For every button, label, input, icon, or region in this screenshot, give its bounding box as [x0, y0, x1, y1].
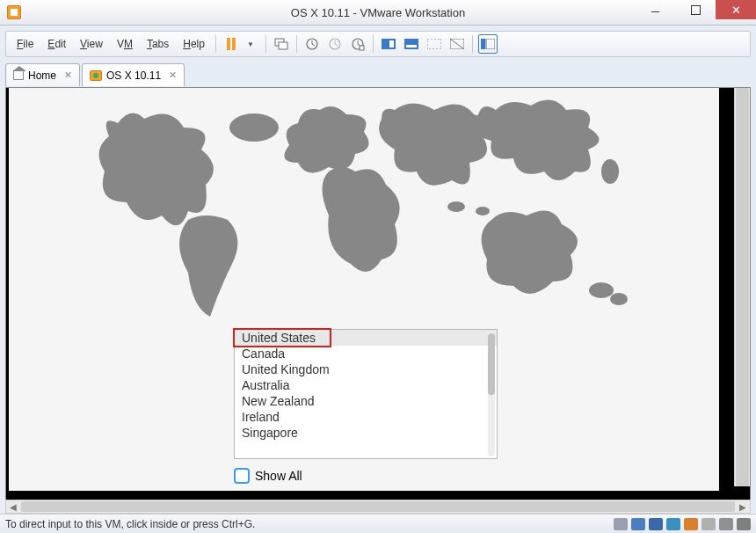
world-map	[9, 88, 719, 334]
svg-point-19	[589, 282, 614, 298]
app-icon	[7, 5, 21, 19]
menu-tabs[interactable]: Tabs	[140, 34, 176, 54]
svg-rect-1	[279, 42, 287, 49]
svg-point-18	[601, 159, 619, 184]
tab-home-label: Home	[28, 69, 56, 82]
svg-rect-10	[427, 39, 441, 49]
status-bar: To direct input to this VM, click inside…	[0, 514, 756, 533]
country-listbox[interactable]: United States Canada United Kingdom Aust…	[234, 329, 498, 459]
country-row-canada[interactable]: Canada	[235, 346, 497, 361]
svg-rect-8	[404, 39, 418, 49]
tab-home-close[interactable]: ✕	[64, 69, 72, 81]
menu-bar: Filedocument.currentScript.previousSibli…	[5, 31, 751, 57]
console-view-button[interactable]	[425, 34, 444, 54]
hard-disk-icon[interactable]	[614, 518, 628, 530]
power-dropdown[interactable]: ▼	[241, 34, 260, 54]
svg-point-20	[610, 293, 628, 305]
horizontal-scrollbar[interactable]: ◀ ▶	[5, 500, 751, 514]
country-listbox-scrollbar[interactable]	[488, 332, 495, 456]
printer-icon[interactable]	[701, 518, 716, 530]
country-row-australia[interactable]: Australia	[235, 377, 497, 393]
vm-vertical-scrollbar[interactable]	[734, 88, 750, 486]
svg-rect-5	[360, 46, 364, 50]
close-button[interactable]: ✕	[716, 0, 756, 19]
title-bar: OS X 10.11 - VMware Workstation ✕	[0, 0, 756, 26]
sound-card-icon[interactable]	[684, 518, 698, 530]
tab-vm[interactable]: OS X 10.11 ✕	[82, 63, 185, 86]
country-row-ireland[interactable]: Ireland	[235, 409, 497, 425]
svg-rect-13	[481, 39, 485, 49]
vm-screen[interactable]: United States Canada United Kingdom Aust…	[9, 88, 719, 491]
pause-button[interactable]	[222, 34, 241, 54]
maximize-button[interactable]	[675, 0, 716, 19]
show-all-label: Show All	[255, 469, 302, 483]
country-row-new-zealand[interactable]: New Zealand	[235, 393, 497, 409]
send-ctrl-alt-del-button[interactable]	[272, 34, 291, 54]
scroll-right-arrow[interactable]: ▶	[736, 500, 750, 513]
menu-edit[interactable]: Edit	[40, 34, 73, 54]
tab-home[interactable]: Home ✕	[5, 63, 80, 86]
display-icon[interactable]	[719, 518, 733, 530]
snapshot-manager-button[interactable]	[348, 34, 367, 54]
minimize-button[interactable]	[635, 0, 675, 19]
cd-dvd-icon[interactable]	[631, 518, 645, 530]
svg-rect-9	[406, 45, 417, 47]
tab-vm-close[interactable]: ✕	[169, 69, 177, 81]
show-all-row: Show All	[234, 468, 302, 484]
tabs-bar: Home ✕ OS X 10.11 ✕	[5, 61, 751, 86]
svg-point-16	[447, 201, 465, 212]
status-device-icons	[614, 518, 751, 530]
menu-help[interactable]: Help	[176, 34, 212, 54]
message-log-icon[interactable]	[737, 518, 751, 530]
tab-vm-label: OS X 10.11	[106, 69, 161, 82]
menu-vm[interactable]: VM	[110, 34, 140, 54]
menu-file[interactable]: Filedocument.currentScript.previousSibli…	[10, 34, 40, 54]
menu-view[interactable]: View	[73, 34, 110, 54]
vm-icon	[90, 70, 102, 81]
country-row-united-kingdom[interactable]: United Kingdom	[235, 361, 497, 377]
scroll-left-arrow[interactable]: ◀	[6, 500, 20, 513]
snapshot-revert-button[interactable]	[325, 34, 345, 54]
show-all-checkbox[interactable]	[234, 468, 250, 484]
country-row-singapore[interactable]: Singapore	[235, 425, 497, 441]
home-icon	[13, 71, 24, 80]
usb-icon[interactable]	[666, 518, 680, 530]
svg-rect-7	[389, 40, 394, 47]
status-text: To direct input to this VM, click inside…	[5, 518, 614, 530]
window-controls: ✕	[635, 0, 756, 19]
svg-point-15	[229, 113, 279, 142]
svg-line-12	[450, 39, 464, 49]
snapshot-take-button[interactable]	[302, 34, 322, 54]
svg-point-17	[476, 207, 490, 215]
network-adapter-icon[interactable]	[649, 518, 663, 530]
fullscreen-button[interactable]	[379, 34, 398, 54]
stretch-button[interactable]	[447, 34, 467, 54]
scroll-thumb[interactable]	[21, 501, 735, 512]
country-row-united-states[interactable]: United States	[235, 330, 497, 346]
unity-button[interactable]	[402, 34, 421, 54]
library-button[interactable]	[478, 34, 498, 54]
vm-frame: United States Canada United Kingdom Aust…	[5, 87, 751, 500]
svg-rect-14	[486, 39, 495, 49]
